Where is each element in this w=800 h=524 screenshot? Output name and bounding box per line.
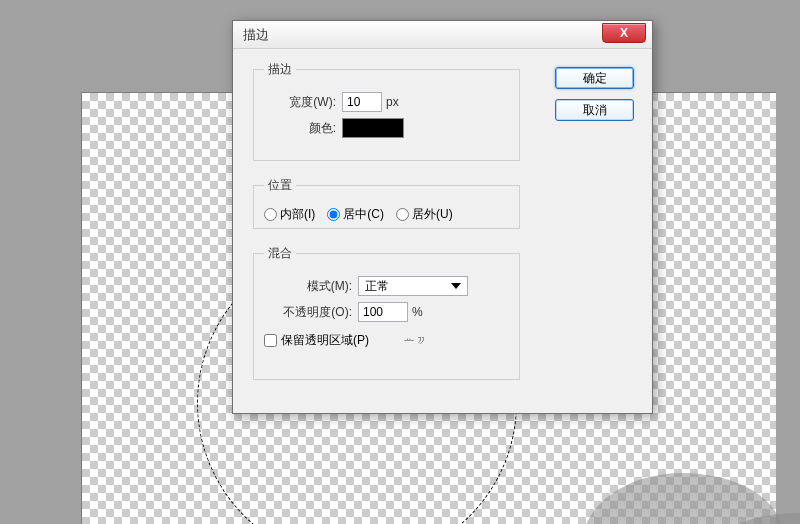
color-label: 颜色: <box>264 120 336 137</box>
chevron-down-icon <box>451 283 461 289</box>
group-blend-legend: 混合 <box>264 245 296 262</box>
titlebar[interactable]: 描边 X <box>233 21 652 49</box>
width-input[interactable] <box>342 92 382 112</box>
mode-label: 模式(M): <box>264 278 352 295</box>
group-position: 位置 内部(I) 居中(C) 居外(U) <box>253 177 520 229</box>
group-blend: 混合 模式(M): 正常 不透明度(O): % 保留透明区域(P) ᅭᄁ <box>253 245 520 380</box>
radio-inside[interactable]: 内部(I) <box>264 206 315 223</box>
group-stroke-legend: 描边 <box>264 61 296 78</box>
dialog-title: 描边 <box>243 26 269 44</box>
radio-outside-input[interactable] <box>396 208 409 221</box>
trailing-text: ᅭᄁ <box>403 334 431 348</box>
color-swatch[interactable] <box>342 118 404 138</box>
cancel-button-label: 取消 <box>583 102 607 119</box>
radio-outside-label: 居外(U) <box>412 206 453 223</box>
preserve-checkbox[interactable] <box>264 334 277 347</box>
radio-center-label: 居中(C) <box>343 206 384 223</box>
group-stroke: 描边 宽度(W): px 颜色: <box>253 61 520 161</box>
opacity-unit: % <box>412 305 423 319</box>
radio-center-input[interactable] <box>327 208 340 221</box>
cancel-button[interactable]: 取消 <box>555 99 634 121</box>
radio-center[interactable]: 居中(C) <box>327 206 384 223</box>
ok-button-label: 确定 <box>583 70 607 87</box>
radio-inside-input[interactable] <box>264 208 277 221</box>
group-position-legend: 位置 <box>264 177 296 194</box>
dialog-body: 描边 宽度(W): px 颜色: 位置 内部(I) 居中(C) <box>233 49 652 413</box>
radio-outside[interactable]: 居外(U) <box>396 206 453 223</box>
opacity-label: 不透明度(O): <box>264 304 352 321</box>
opacity-input[interactable] <box>358 302 408 322</box>
width-label: 宽度(W): <box>264 94 336 111</box>
width-unit: px <box>386 95 399 109</box>
mode-select[interactable]: 正常 <box>358 276 468 296</box>
ok-button[interactable]: 确定 <box>555 67 634 89</box>
stroke-dialog: 描边 X 描边 宽度(W): px 颜色: 位置 内部(I) <box>232 20 653 414</box>
preserve-label: 保留透明区域(P) <box>281 332 369 349</box>
canvas-shape <box>582 473 782 524</box>
radio-inside-label: 内部(I) <box>280 206 315 223</box>
close-button[interactable]: X <box>602 23 646 43</box>
mode-value: 正常 <box>365 278 389 295</box>
close-icon: X <box>620 26 628 40</box>
